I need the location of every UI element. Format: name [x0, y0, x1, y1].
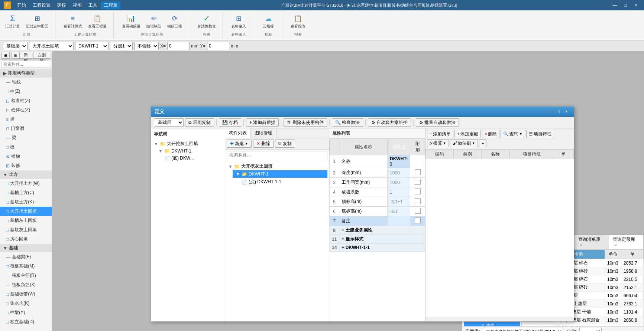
menu-tools[interactable]: 工具: [85, 1, 100, 9]
add-quota-btn[interactable]: + 添加清单: [427, 130, 453, 138]
attach-check-5[interactable]: [415, 198, 421, 204]
layer-select[interactable]: 基础层: [3, 42, 27, 50]
layer-copy-btn[interactable]: ⧉ 层间复制: [185, 118, 214, 127]
maximize-btn[interactable]: □: [621, 1, 630, 9]
attach-check-6[interactable]: [415, 208, 421, 214]
attach-check-7[interactable]: [415, 217, 421, 223]
attach-check-4[interactable]: [415, 189, 421, 194]
rebar-3d-btn[interactable]: ⟳ 钢筋三维: [165, 12, 184, 30]
attach-check-3[interactable]: [415, 179, 421, 185]
comp-list-tab[interactable]: 构件列表: [225, 128, 251, 138]
nav-tree-dkwht1[interactable]: ▼ 📁 DKWHT-1: [152, 148, 223, 154]
sidebar-item-sump[interactable]: □集水坑(K): [0, 299, 52, 308]
tab-rate-lib[interactable]: 查询定额库 ×: [609, 235, 644, 250]
component-select[interactable]: DKWHT-1: [75, 42, 109, 50]
sidebar-item-found-band[interactable]: □基础板带(W): [0, 289, 52, 299]
add-before-after-btn[interactable]: + 添加前后据: [246, 118, 279, 127]
query-tree-a413-2[interactable]: 2. 垫层: [464, 322, 520, 326]
view-qty-btn[interactable]: 📋 查看工程量: [86, 12, 109, 30]
nav-tree-root[interactable]: ▼ 📁 大开挖灰土回填: [152, 140, 223, 148]
sidebar-item-pier[interactable]: □柱墩(Y): [0, 308, 52, 317]
comp-tree-root[interactable]: ▼ 📁 大开挖灰土回填: [227, 163, 327, 170]
sidebar-item-opening[interactable]: ⊓门窗洞: [0, 124, 52, 133]
dialog-layer-select[interactable]: 基础层: [154, 118, 184, 127]
sidebar-search-input[interactable]: [1, 60, 50, 68]
comp-item-dkwht1[interactable]: ▼ 📁 DKWHT-1: [233, 170, 327, 178]
sidebar-earthwork-header[interactable]: ▼ 土方: [0, 170, 52, 179]
menu-bar[interactable]: 开始 工程设置 建模 视图 工具 工程量: [14, 1, 120, 9]
attach-check-2[interactable]: [415, 169, 421, 175]
sidebar-item-room-fill[interactable]: □房心回填: [0, 235, 52, 244]
tab-rate-lib-close[interactable]: ×: [614, 243, 617, 248]
x-input[interactable]: [167, 42, 190, 50]
sidebar-new-btn[interactable]: 新建: [19, 52, 32, 59]
minimize-btn[interactable]: —: [611, 1, 619, 9]
prop-convert-btn[interactable]: fx 换算 ▼: [427, 139, 449, 147]
delete-unused-btn[interactable]: 🗑 删除未使用构件: [284, 118, 327, 127]
menu-engineering-qty[interactable]: 工程量: [101, 1, 120, 9]
sidebar-list-view-btn[interactable]: ☰: [1, 52, 10, 59]
menu-start[interactable]: 开始: [14, 1, 29, 9]
modify-select[interactable]: 不偏移: [134, 42, 159, 50]
menu-view[interactable]: 视图: [70, 1, 85, 9]
sidebar-item-slot-fill[interactable]: □基槽灰土回填: [0, 216, 52, 225]
tab-quota-lib[interactable]: 查询清单库 ×: [575, 235, 609, 249]
prop-more-btn[interactable]: »: [479, 139, 487, 147]
sidebar-item-column3[interactable]: ◻砼体柱(Z): [0, 105, 52, 115]
sidebar-item-axis[interactable]: —轴线: [0, 78, 52, 87]
view-report-btn[interactable]: 📋 查看报表: [288, 12, 308, 30]
sidebar-item-bigexcavate-fill[interactable]: □大开挖土回填: [0, 207, 52, 216]
save-archive-btn[interactable]: 💾 存档: [219, 118, 241, 127]
sidebar-item-raft-found[interactable]: □筏板基础(M): [0, 262, 52, 271]
close-btn[interactable]: ×: [631, 1, 640, 9]
dialog-minimize-btn[interactable]: —: [546, 108, 554, 115]
view-rebar-qty-btn[interactable]: 📊 查看钢筋量: [120, 12, 143, 30]
window-controls[interactable]: — □ ×: [611, 1, 640, 9]
summary-calc-btn[interactable]: Σ 汇总计算: [3, 12, 22, 30]
batch-auto-btn[interactable]: ⚙ 批量自动套做法: [416, 118, 459, 127]
prop-scrollbar[interactable]: [425, 317, 574, 321]
sidebar-item-raft-neg[interactable]: —筏板负筋(X): [0, 280, 52, 289]
edit-rebar-btn[interactable]: ✏ 编辑钢筋: [144, 12, 164, 30]
prop-method-brush-btn[interactable]: 🖌 做法刷 ▼: [450, 139, 478, 147]
sidebar-item-bigexcavate-w[interactable]: □大开挖土方(W): [0, 179, 52, 188]
y-input[interactable]: [207, 42, 229, 50]
category-select[interactable]: 大开挖土回填: [29, 42, 74, 50]
prop-feature-btn[interactable]: ☰ 项目特征: [526, 130, 554, 138]
sidebar-common-types-header[interactable]: ▶ 常用构件类型: [0, 69, 52, 78]
nav-tree-bottom[interactable]: 📄 (底) DKW...: [152, 154, 223, 162]
auto-maintain-btn[interactable]: ⚙ 自动套方案维护: [368, 118, 411, 127]
sidebar-item-decoration[interactable]: ⊞装修: [0, 161, 52, 170]
sublayer-select[interactable]: 分层1: [110, 42, 133, 50]
sidebar-item-stair[interactable]: ≋楼梯: [0, 152, 52, 161]
sidebar-item-beam[interactable]: —梁: [0, 133, 52, 142]
sidebar-item-column[interactable]: □柱(Z): [0, 87, 52, 96]
dialog-maximize-btn[interactable]: □: [554, 108, 562, 115]
menu-build[interactable]: 建模: [54, 1, 69, 9]
check-method-btn[interactable]: 🔍 检查做法: [332, 118, 363, 127]
add-rate-btn[interactable]: + 添加定额: [454, 130, 481, 138]
sidebar-foundation-header[interactable]: ▼ 基础: [0, 244, 52, 252]
sidebar-item-pit-k[interactable]: □基坑土方(K): [0, 197, 52, 207]
view-calc-formula-btn[interactable]: ≡ 查看计算式: [61, 12, 84, 30]
sidebar-item-wall[interactable]: ≡墙: [0, 115, 52, 124]
drawing-mgmt-tab[interactable]: 图纸管理: [251, 128, 276, 138]
sidebar-item-column2[interactable]: ◻检查柱(Z): [0, 96, 52, 105]
sidebar-item-pit-fill[interactable]: □基坑灰土回填: [0, 225, 52, 235]
prop-delete-btn[interactable]: × 删除: [482, 130, 499, 138]
db-select[interactable]: 广东省建筑与装饰工程综合定额(2010): [483, 328, 563, 331]
sidebar-item-found-beam[interactable]: —基础梁(F): [0, 252, 52, 262]
tab-quota-lib-close[interactable]: ×: [580, 243, 582, 248]
comp-search-input[interactable]: [227, 151, 327, 159]
query-result-row[interactable]: 9A4-62碎砖垫层 干铺10m31088.9: [522, 324, 644, 327]
sidebar-grid-view-btn[interactable]: ⊞: [11, 52, 19, 59]
spec-select[interactable]: [579, 328, 602, 331]
summary-select-btn[interactable]: ⊞ 汇总选中图元: [24, 12, 51, 30]
legality-check-btn[interactable]: ✓ 合法性检查: [195, 12, 218, 30]
menu-project-settings[interactable]: 工程设置: [30, 1, 54, 9]
cloud-index-btn[interactable]: ☁ 云指标: [259, 12, 278, 30]
dialog-window-controls[interactable]: — □ ×: [546, 108, 570, 115]
sidebar-item-isolated-found[interactable]: □独立基础(D): [0, 317, 52, 327]
sidebar-item-slab[interactable]: □板: [0, 142, 52, 152]
sidebar-item-slot-c[interactable]: □基槽土方(C): [0, 188, 52, 197]
